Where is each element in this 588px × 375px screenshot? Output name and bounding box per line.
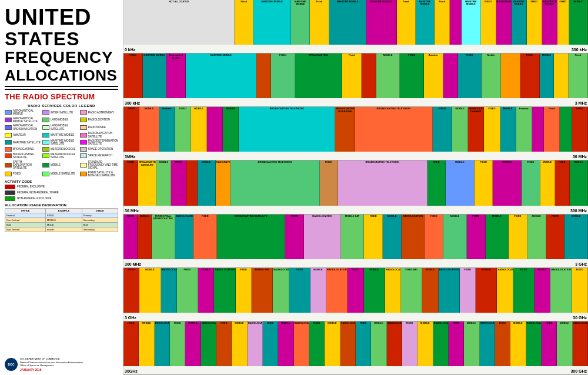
alloc-row-nonfederal: Non-Federal MOBILE Secondary [5,217,118,222]
band-r4-8: BROADCASTING TELEVISION [230,160,320,205]
band-r5-11: MOBILE [383,215,402,259]
legend-swatch-aero-nav [5,125,12,130]
band-r7-17: MOBILE [371,322,386,366]
band-r7-2: MOBILE [139,322,154,366]
row4-label-right: 300 MHz [570,209,587,213]
band-r6-4: FIXED [177,268,198,313]
allocation-title: ALLOCATION USAGE DESIGNATION [5,203,118,207]
legend-swatch-meteor-sat [42,153,49,158]
band-r4-2: BROADCASTING SATELLITE [138,160,156,205]
legend-swatch-radiosonde [80,125,87,130]
legend-item: FIXED [5,171,41,178]
band-r4-3: MOBILE [156,160,171,205]
band-r3-8: BROADCASTING TELEPHONE [239,107,335,152]
band-not-allocated: NOT ALLOCATED [123,0,235,45]
band-r3-18: Fixed [544,107,560,152]
band-r7-20: MOBILE [417,322,433,366]
legend-swatch-amateur [5,133,12,138]
band-r3-17 [532,107,544,152]
band-r2-12: Amateur [424,53,443,98]
band-r7-15: RADIOLOCATION [340,322,356,366]
legend-swatch-broadcast [5,147,12,152]
activity-section: ACTIVITY CODE FEDERAL EXCLUSIVE FEDERAL/… [5,180,118,201]
alloc-cell: Primary [82,213,118,217]
row1-label-right: 300 kHz [572,48,587,52]
band-r2-14: FIXED [458,53,482,98]
band-r6-19: FIXED [460,268,476,313]
band-r4-16: MOBILE [540,160,555,205]
row2-label-left: 300 kHz [125,101,140,105]
band-r7-27: RADIOLOCATION [526,322,542,366]
legend-swatch-radio-ast [80,110,87,115]
band-r3-4: FIXED [175,107,191,152]
legend-section: RADIO SERVICES COLOR LEGEND AERONAUTICAL… [5,104,118,355]
legend-swatch-inter-sat [42,110,49,115]
spectrum-row-3: FIXED MOBILE Amateur FIXED MOBILE MOBILE… [123,107,588,160]
legend-label-radionav-sat: RADIONAVIGATION SATELLITE [88,132,118,138]
spectrum-row-7: FIXED MOBILE RADIOLOCATION FIXED MOBILE … [123,322,588,375]
legend-label-std-freq: STANDARD FREQUENCY AND TIME SIGNAL [88,160,118,170]
band-r5-14: MOBILE [443,215,467,259]
title-radio-spectrum: THE RADIO SPECTRUM [5,92,118,101]
legend-item: LAND MOBILE SATELLITE [42,124,78,130]
band-r5-3: TERRESTRIAL BROADCASTING [152,215,175,259]
band-r2-15: Mobile [482,53,501,98]
band-r5-16: MOBILE [486,215,509,259]
band-r4-18: MOBILE [570,160,588,205]
band-r7-25: FIXED [495,322,510,366]
band-r7-30: RADIOLOCATION [573,322,588,366]
band-r6-11: MOBILE [310,268,326,313]
band-r6-7: FIXED [236,268,252,313]
legend-label-radiosonde: RADIOSONDE [88,126,106,129]
band-r4-14: MOBILE [493,160,522,205]
band-r7-6: RADIOLOCATION [201,322,216,366]
activity-label-federal: FEDERAL EXCLUSIVE [17,185,45,188]
band-r2-19 [554,53,569,98]
row7-label-left: 30GHz [125,369,138,373]
band-fixed5: FIXED [481,0,496,45]
band-r4-1: FIXED [123,160,138,205]
band-r2-3: Aeronautical Mobile [166,53,186,98]
legend-label-land-mob-sat: LAND MOBILE SATELLITE [51,124,78,130]
band-r4-10: BROADCASTING TELEVISION [338,160,427,205]
band-r2-6: FIXED [271,53,295,98]
legend-label-meteor-sat: METEOROLOGICAL SATELLITE [51,153,78,159]
legend-item: AERONAUTICAL MOBILE [5,109,41,116]
legend-item: MOBILE SATELLITE [42,171,78,178]
band-r7-24: RADIOLOCATION [480,322,495,366]
band-mobile-radionavigation: MOBILE [569,0,588,45]
legend-label-amateur: AMATEUR [13,133,26,136]
band-r7-8: MOBILE [232,322,247,366]
legend-title: RADIO SERVICES COLOR LEGEND [5,104,118,108]
legend-swatch-aero-mob-sat [5,118,12,122]
legend-item: MARITIME SATELLITE [5,139,41,146]
band-r7-3: RADIOLOCATION [155,322,170,366]
legend-label-space-res: SPACE RESEARCH [88,154,112,157]
spectrum-row-2-inner: FIXED MARITIME MOBILE Aeronautical Mobil… [123,53,588,98]
legend-swatch-space-op [80,147,87,152]
legend-item: RADIODETERMINATION SATELLITE [80,139,118,146]
legend-swatch-land-mob [42,118,49,122]
legend-label-radiodet-sat: RADIODETERMINATION SATELLITE [88,139,118,146]
legend-swatch-broadcast-sat [5,153,12,158]
band-r6-5: MOBILE [198,268,214,313]
band-r6-16: FIXED SAT [401,268,422,313]
alloc-cell: Secondary [82,217,118,222]
legend-swatch-land-mob-sat [42,125,49,130]
band-r7-4: FIXED [170,322,185,366]
band-r4-5 [186,160,198,205]
row6-label-right: 30 GHz [573,316,587,320]
footer-date: JANUARY 2016 [20,368,83,371]
band-radionavigation4: RADIONAVIGATION MOBILE [542,0,557,45]
legend-swatch-maritime-mob-sat [42,140,49,145]
band-r6-13: FIXED [348,268,363,313]
legend-label-mobile-sat: MOBILE SATELLITE [51,172,75,175]
legend-item: RADIOSONDE [80,124,118,130]
band-r7-23: MOBILE [464,322,479,366]
band-r2-16 [501,53,520,98]
title-states: STATES [5,29,118,49]
band-r3-3: Amateur [159,107,175,152]
band-r4-7: RADIONAVIGATION [216,160,230,205]
band-r7-10: FIXED [263,322,278,366]
band-r2-8: Fixed [342,53,362,98]
